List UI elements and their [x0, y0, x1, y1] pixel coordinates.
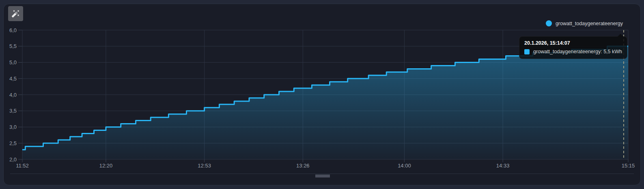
y-axis-label: 5,0: [9, 59, 17, 65]
x-axis-label: 14:33: [496, 163, 510, 169]
resize-handle[interactable]: [315, 175, 330, 177]
x-axis-label: 12:20: [99, 163, 113, 169]
chart-tooltip: 20.1.2026, 15:14:07 growatt_todaygenerat…: [519, 36, 627, 59]
tooltip-series-value: growatt_todaygenerateenergy: 5,5 kWh: [533, 49, 622, 54]
x-axis-label: 11:52: [16, 163, 29, 169]
y-axis-label: 4,5: [9, 76, 17, 82]
tooltip-notch-icon: [617, 34, 624, 37]
y-axis-label: 4,0: [9, 92, 17, 98]
legend-item-series[interactable]: growatt_todaygenerateenergy: [546, 20, 623, 26]
tooltip-timestamp: 20.1.2026, 15:14:07: [524, 40, 622, 46]
y-axis-label: 3,0: [9, 124, 17, 130]
chart-bottom-divider: [10, 174, 634, 174]
y-axis-label: 5,5: [9, 43, 17, 49]
x-axis-label: 15:15: [622, 163, 635, 169]
y-axis-label: 2,5: [9, 140, 17, 146]
x-axis-label: 14:00: [398, 163, 411, 169]
series-area: [22, 46, 628, 159]
x-axis-label: 12:53: [198, 163, 211, 169]
y-axis-label: 3,5: [9, 108, 17, 114]
legend-series-dot: [546, 20, 552, 26]
history-chart[interactable]: 6,05,55,04,54,03,53,02,52,011:5212:2012:…: [0, 0, 644, 189]
tooltip-series-row: growatt_todaygenerateenergy: 5,5 kWh: [524, 49, 622, 54]
x-axis-label: 13:26: [296, 163, 310, 169]
y-axis-label: 6,0: [9, 27, 17, 33]
legend-series-label: growatt_todaygenerateenergy: [556, 21, 623, 26]
tooltip-series-marker-icon: [524, 49, 530, 54]
magic-wand-icon: [11, 9, 20, 18]
zoom-reset-button[interactable]: [8, 6, 23, 21]
y-axis-label: 2,0: [9, 156, 17, 163]
